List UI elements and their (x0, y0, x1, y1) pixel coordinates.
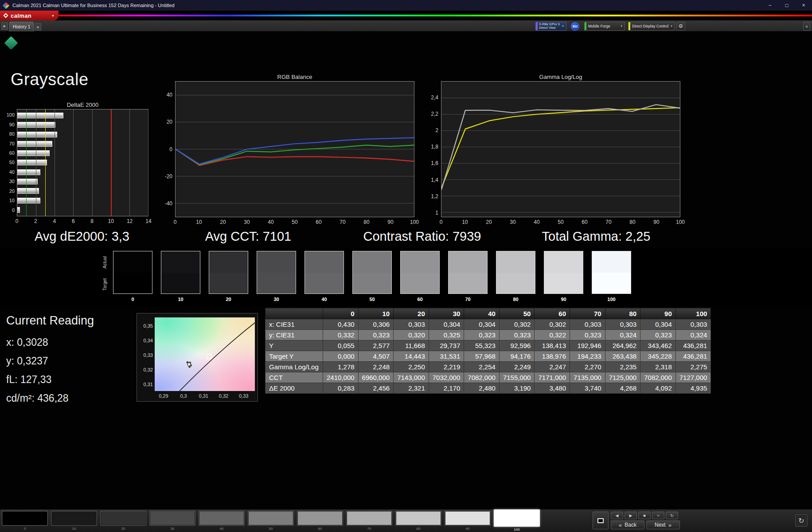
axis-tick-label: 80 (363, 219, 369, 225)
pattern-swatch-80: 80 (395, 511, 441, 532)
pattern-label: 10 (51, 527, 97, 531)
calman-logo-text: calman (11, 12, 31, 19)
total-gamma-summary: Total Gamma: 2,25 (516, 229, 676, 246)
axis-tick-label: 0,33 (239, 393, 248, 399)
table-cell: 94,176 (499, 351, 535, 362)
settings-gear-button[interactable]: ⚙ (676, 22, 685, 31)
source-name: Mobile Forge (586, 24, 620, 28)
table-row: ΔE 20000,2832,4562,3212,1702,4803,1903,4… (265, 383, 711, 394)
reading-value: fL: 127,33 (6, 374, 94, 386)
pattern-button-50[interactable] (248, 511, 294, 526)
swatch-colors (544, 251, 583, 294)
axis-tick-label: 30 (9, 179, 15, 184)
pattern-label: 90 (445, 527, 491, 531)
table-column-header: 10 (358, 308, 394, 319)
target-color (449, 273, 487, 294)
gridline (148, 110, 148, 216)
table-cell: 0,323 (499, 330, 535, 340)
pattern-button-80[interactable] (395, 511, 441, 526)
table-cell: 436,281 (675, 351, 711, 362)
back-button[interactable]: « Back (611, 520, 644, 529)
table-cell: 1,278 (323, 362, 359, 372)
refresh-pattern-button[interactable]: ↻ (666, 512, 678, 519)
play-patterns-button[interactable]: ▶ (625, 512, 637, 519)
prev-pattern-button[interactable]: ◀ (611, 512, 623, 519)
swatch-label: 10 (161, 297, 200, 302)
pattern-button-0[interactable] (2, 511, 48, 526)
table-cell: 192,946 (570, 340, 605, 351)
gridline (92, 110, 93, 216)
stop-patterns-button[interactable]: ■ (638, 512, 651, 519)
chart-plot-area (175, 81, 414, 217)
table-cell: 2,170 (429, 383, 464, 394)
y-axis-labels: 1009080706050403020100 (3, 109, 15, 216)
table-cell: 7127,000 (675, 372, 711, 383)
table-cell: 0,322 (535, 330, 570, 340)
pattern-button-60[interactable] (297, 511, 343, 526)
swatch-colors (257, 251, 296, 294)
grayscale-swatch-90: 90 (544, 251, 583, 302)
axis-tick-label: 0,31 (199, 393, 208, 399)
pattern-button-30[interactable] (149, 511, 195, 526)
table-cell: 0,306 (358, 319, 394, 330)
axis-tick-label: 60 (582, 219, 587, 225)
axis-tick-label: 60 (9, 150, 15, 156)
swatch-label: 70 (448, 297, 488, 302)
pattern-swatch-100: 100 (494, 511, 540, 532)
axis-tick-label: 40 (268, 219, 273, 225)
loop-patterns-button[interactable]: ↻ (795, 514, 808, 527)
pattern-button-10[interactable] (51, 511, 97, 526)
table-cell: 6960,000 (358, 372, 394, 383)
delta-e-bar-row (17, 198, 148, 203)
table-cell: 3,740 (570, 383, 605, 394)
axis-tick-label: 0 (169, 146, 172, 153)
close-button[interactable]: × (795, 0, 812, 11)
actual-color (449, 251, 487, 273)
chevron-down-icon: ▼ (620, 25, 625, 27)
reading-value: y: 0,3237 (6, 355, 94, 367)
table-cell: 138,976 (535, 351, 570, 362)
next-pattern-button[interactable]: » (652, 512, 664, 519)
pattern-swatch-20: 20 (100, 511, 146, 532)
delta-e-bar (17, 198, 40, 203)
pattern-button-70[interactable] (346, 511, 392, 526)
delta-e-bar-row (17, 122, 148, 128)
table-cell: 4,507 (358, 351, 394, 362)
pattern-button-90[interactable] (445, 511, 491, 526)
delta-e-bar-row (17, 207, 148, 213)
display-control-dropdown[interactable]: Direct Display Control ▼ (628, 22, 675, 31)
tab-scroll-button[interactable]: ▶ (1, 22, 8, 30)
meter-dropdown[interactable]: X-Rite i1Pro 3 Direct View ▼ (535, 22, 566, 31)
axis-tick-label: 20 (486, 219, 492, 225)
next-button[interactable]: Next » (646, 520, 680, 529)
axis-tick-label: -40 (165, 200, 172, 207)
pattern-window-icon (597, 518, 604, 523)
pattern-button-100[interactable] (494, 509, 540, 527)
table-cell: 0,055 (323, 340, 359, 351)
table-cell: 0,303 (675, 319, 711, 330)
add-tab-button[interactable]: + (35, 23, 41, 31)
pattern-button-20[interactable] (100, 511, 146, 526)
pattern-window-button[interactable] (593, 512, 609, 529)
rainbow-gradient-strip (52, 15, 812, 16)
axis-tick-label: 90 (653, 219, 659, 225)
delta-e-bar (17, 179, 38, 184)
actual-row-label: Actual (102, 253, 107, 272)
minimize-button[interactable]: − (761, 0, 778, 11)
tab-history-1[interactable]: History 1 (9, 22, 34, 31)
pattern-button-40[interactable] (199, 511, 245, 526)
window-controls: − □ × (761, 0, 812, 11)
axis-tick-label: 2,2 (431, 111, 438, 117)
maximize-button[interactable]: □ (778, 0, 795, 11)
chart-title: Gamma Log/Log (441, 74, 680, 80)
calman-main-menu-button[interactable]: calman ▼ (0, 11, 59, 20)
table-cell: 0,304 (640, 319, 676, 330)
collapse-panel-button[interactable]: « (803, 22, 810, 31)
title-bar[interactable]: Calman 2021 Calman Ultimate for Business… (0, 0, 812, 11)
pattern-source-dropdown[interactable]: Mobile Forge ▼ (584, 22, 625, 31)
axis-tick-label: 80 (629, 219, 635, 225)
pattern-swatch-list: 0102030405060708090100 (2, 511, 540, 532)
pattern-swatch-0: 0 (2, 511, 48, 532)
table-cell: 0,325 (429, 330, 464, 340)
axis-tick-label: -20 (165, 173, 172, 180)
